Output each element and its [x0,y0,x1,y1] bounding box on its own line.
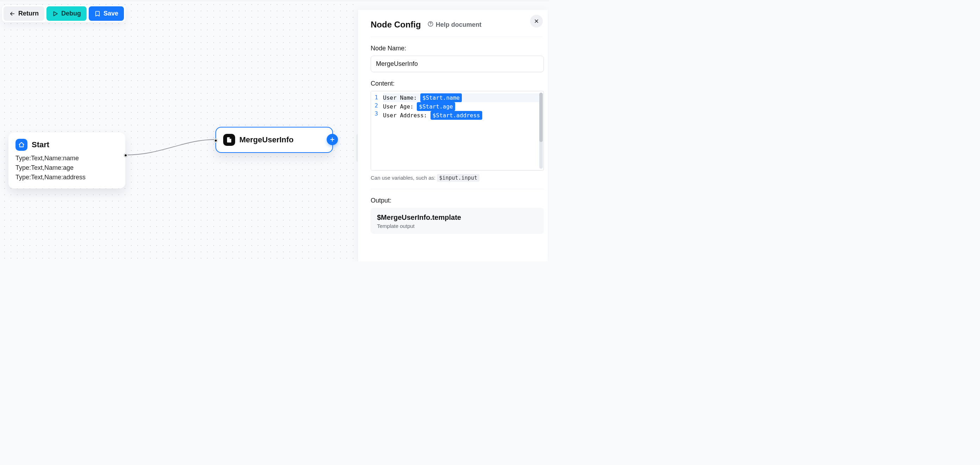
output-description: Template output [377,223,538,229]
play-icon [52,11,59,17]
editor-line[interactable]: User Name: $Start.name [383,93,541,102]
variable-chip[interactable]: $Start.age [417,102,455,111]
output-label: Output: [371,197,542,204]
svg-marker-0 [54,12,58,16]
node-title: MergeUserInfo [239,135,294,144]
content-label: Content: [371,80,542,87]
return-button[interactable]: Return [3,6,45,21]
bookmark-icon [94,11,101,17]
close-button[interactable] [530,15,543,27]
output-card: $MergeUserInfo.template Template output [371,208,544,234]
node-title: Start [32,140,49,149]
variable-chip[interactable]: $Start.address [431,111,482,120]
variable-chip[interactable]: $Start.name [420,93,462,102]
port-out[interactable] [124,153,127,157]
editor-line[interactable]: User Address: $Start.address [383,111,541,120]
editor-content[interactable]: User Name: $Start.name User Age: $Start.… [380,91,544,170]
node-name-input[interactable] [371,56,544,72]
home-icon [16,139,27,151]
debug-button[interactable]: Debug [46,6,87,21]
node-name-label: Node Name: [371,45,542,52]
top-toolbar: Return Debug Save [2,5,125,22]
question-icon [427,21,434,29]
workflow-canvas[interactable]: Start Type:Text,Name:name Type:Text,Name… [0,0,358,261]
port-in[interactable] [214,139,218,142]
editor-scrollbar[interactable] [539,93,543,169]
node-config-panel: Node Config Help document Node Name: Con… [358,10,548,261]
node-start-body: Type:Text,Name:name Type:Text,Name:age T… [16,153,118,182]
content-hint: Can use variables, such as: $input.input [371,175,544,189]
output-variable: $MergeUserInfo.template [377,214,538,222]
file-icon [223,134,235,146]
save-button[interactable]: Save [89,6,124,21]
svg-point-2 [430,25,431,26]
node-mergeuserinfo[interactable]: MergeUserInfo [215,127,333,153]
content-editor[interactable]: 1 2 3 User Name: $Start.name User Age: $… [371,91,544,171]
hint-token: $input.input [437,174,479,182]
add-connection-button[interactable] [327,134,338,145]
editor-gutter: 1 2 3 [371,91,380,170]
panel-title: Node Config [371,20,421,30]
help-document-link[interactable]: Help document [427,21,482,29]
editor-line[interactable]: User Age: $Start.age [383,102,541,111]
arrow-left-icon [9,11,16,17]
node-start[interactable]: Start Type:Text,Name:name Type:Text,Name… [8,133,125,189]
